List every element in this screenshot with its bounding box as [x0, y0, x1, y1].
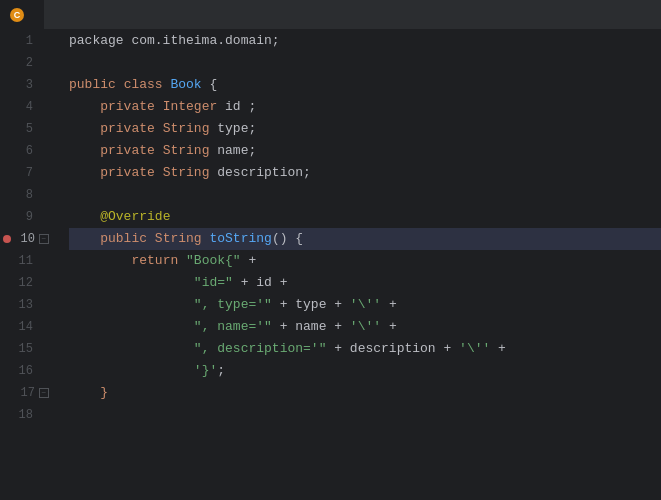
token-plain: [69, 250, 131, 272]
token-plain: [178, 250, 186, 272]
token-plain: [69, 338, 194, 360]
token-plain: [69, 162, 100, 184]
token-plain: [69, 96, 100, 118]
token-plain: + description +: [326, 338, 459, 360]
line-number-18: 18: [0, 404, 57, 426]
code-line-4: private Integer id ;: [69, 96, 661, 118]
tab-book-java[interactable]: C: [0, 0, 45, 29]
token-plain: [155, 118, 163, 140]
code-line-9: @Override: [69, 206, 661, 228]
token-plain: [69, 272, 194, 294]
code-line-1: package com.itheima.domain;: [69, 30, 661, 52]
token-type: String: [163, 162, 210, 184]
token-type: Integer: [163, 96, 218, 118]
line-number-8: 8: [0, 184, 57, 206]
code-line-18: [69, 404, 661, 426]
code-line-13: ", type='" + type + '\'' +: [69, 294, 661, 316]
token-plain: {: [202, 74, 218, 96]
line-number-6: 6: [0, 140, 57, 162]
token-plain: id ;: [217, 96, 256, 118]
token-plain: [69, 140, 100, 162]
token-kw: private: [100, 162, 155, 184]
code-line-2: [69, 52, 661, 74]
token-classname: Book: [170, 74, 201, 96]
line-number-9: 9: [0, 206, 57, 228]
fold-icon[interactable]: −: [39, 388, 49, 398]
token-method: toString: [209, 228, 271, 250]
editor-area: 12345678910−11121314151617−18 package co…: [0, 30, 661, 500]
line-number-13: 13: [0, 294, 57, 316]
token-plain: ;: [217, 360, 225, 382]
token-plain: () {: [272, 228, 303, 250]
token-kw: private: [100, 140, 155, 162]
line-number-10: 10−: [0, 228, 57, 250]
line-number-gutter: 12345678910−11121314151617−18: [0, 30, 65, 500]
line-number-2: 2: [0, 52, 57, 74]
token-kw: return: [131, 250, 178, 272]
line-number-1: 1: [0, 30, 57, 52]
token-string: "Book{": [186, 250, 241, 272]
line-number-7: 7: [0, 162, 57, 184]
token-plain: [69, 316, 194, 338]
line-number-12: 12: [0, 272, 57, 294]
line-number-11: 11: [0, 250, 57, 272]
token-kw: class: [124, 74, 163, 96]
code-line-7: private String description;: [69, 162, 661, 184]
token-plain: [147, 228, 155, 250]
token-plain: [69, 382, 100, 404]
token-plain: [116, 74, 124, 96]
token-string: ", name='": [194, 316, 272, 338]
token-plain: [69, 360, 194, 382]
token-plain: [69, 294, 194, 316]
token-plain: [155, 162, 163, 184]
token-string: '}': [194, 360, 217, 382]
token-string: ", type='": [194, 294, 272, 316]
token-plain: package com.itheima.domain;: [69, 30, 280, 52]
line-number-4: 4: [0, 96, 57, 118]
token-type: String: [155, 228, 202, 250]
line-number-3: 3: [0, 74, 57, 96]
code-line-14: ", name='" + name + '\'' +: [69, 316, 661, 338]
token-plain: [163, 74, 171, 96]
token-plain: + name +: [272, 316, 350, 338]
token-plain: +: [381, 294, 397, 316]
code-line-6: private String name;: [69, 140, 661, 162]
token-kw: public: [100, 228, 147, 250]
token-plain: [155, 140, 163, 162]
code-line-11: return "Book{" +: [69, 250, 661, 272]
token-string: '\'': [350, 294, 381, 316]
line-number-17: 17−: [0, 382, 57, 404]
code-line-3: public class Book {: [69, 74, 661, 96]
code-line-16: '}';: [69, 360, 661, 382]
token-annotation: @Override: [100, 206, 170, 228]
token-plain: type;: [209, 118, 256, 140]
tab-bar: C: [0, 0, 661, 30]
token-kw: private: [100, 96, 155, 118]
token-plain: [69, 206, 100, 228]
token-plain: [69, 118, 100, 140]
token-plain: +: [490, 338, 506, 360]
breakpoint-icon[interactable]: [3, 235, 11, 243]
token-string: ", description='": [194, 338, 327, 360]
token-string: '\'': [459, 338, 490, 360]
code-line-12: "id=" + id +: [69, 272, 661, 294]
token-plain: +: [241, 250, 257, 272]
line-number-5: 5: [0, 118, 57, 140]
code-line-8: [69, 184, 661, 206]
token-kw: public: [69, 74, 116, 96]
line-number-15: 15: [0, 338, 57, 360]
line-number-16: 16: [0, 360, 57, 382]
code-line-15: ", description='" + description + '\'' +: [69, 338, 661, 360]
code-line-10: public String toString() {: [69, 228, 661, 250]
code-line-5: private String type;: [69, 118, 661, 140]
line-number-14: 14: [0, 316, 57, 338]
fold-icon[interactable]: −: [39, 234, 49, 244]
token-kw: }: [100, 382, 108, 404]
token-type: String: [163, 118, 210, 140]
token-plain: + id +: [233, 272, 288, 294]
token-plain: [155, 96, 163, 118]
code-content: package com.itheima.domain;public class …: [65, 30, 661, 500]
token-plain: description;: [209, 162, 310, 184]
app-window: C 12345678910−11121314151617−18 package …: [0, 0, 661, 500]
token-plain: [202, 228, 210, 250]
